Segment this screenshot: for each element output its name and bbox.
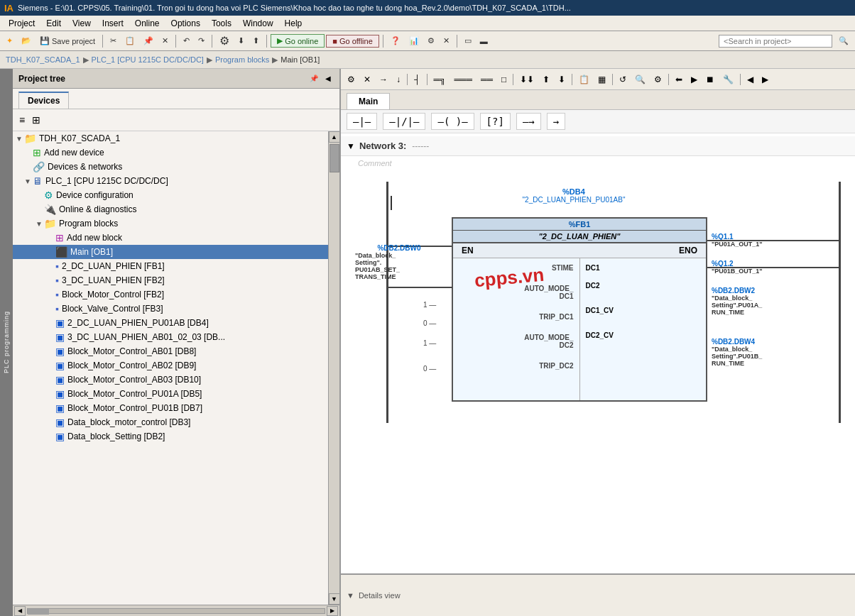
redo-button[interactable]: ↷ [195,33,208,49]
lad-diagram[interactable]: %DB4 "2_DC_LUAN_PHIEN_PU01AB" %FB1 [341,170,855,434]
collapse-tree-button[interactable]: ◀ [322,73,334,84]
edit-btn-11[interactable]: ⬆ [539,72,553,87]
menu-view[interactable]: View [67,17,97,30]
menu-help[interactable]: Help [279,17,308,30]
tree-item-add-device[interactable]: ⊞ Add new device [13,145,328,160]
edit-btn-5[interactable]: ┤ [410,72,424,87]
tree-item-fb4[interactable]: ▪ Block_Valve_Control [FB3] [13,302,328,316]
open-project-button[interactable]: 📂 [18,33,35,49]
paste-button[interactable]: 📌 [140,33,157,49]
tab-main[interactable]: Main [347,93,390,109]
edit-btn-7[interactable]: ═══ [451,72,476,87]
edit-btn-21[interactable]: 🔧 [719,72,737,87]
menu-tools[interactable]: Tools [206,17,237,30]
lad-nc-contact-button[interactable]: —|— [347,113,377,130]
upload-button[interactable]: ⬆ [249,33,263,49]
lad-arrow-right-button[interactable]: —→ [516,113,541,130]
tree-item-fb1[interactable]: ▪ 2_DC_LUAN_PHIEN [FB1] [13,259,328,273]
download-button[interactable]: ⬇ [234,33,248,49]
window-btn-1[interactable]: ▭ [461,33,475,49]
scroll-left-button[interactable]: ◀ [14,606,26,616]
scroll-thumb[interactable] [330,144,339,172]
go-online-button[interactable]: ▶ Go online [271,34,325,48]
edit-btn-9[interactable]: □ [498,72,510,87]
edit-btn-1[interactable]: ⚙ [344,72,359,87]
menu-edit[interactable]: Edit [40,17,67,30]
lad-no-contact-button[interactable]: —|/|— [383,113,425,130]
menu-project[interactable]: Project [3,17,40,30]
tree-item-program-blocks[interactable]: ▼ 📁 Program blocks [13,216,328,231]
breadcrumb-item-3[interactable]: Program blocks [215,55,269,64]
tree-scroll-inner[interactable]: ▼ 📁 TDH_K07_SCADA_1 ⊞ Add new device [13,131,328,605]
tree-item-online-diag[interactable]: 🔌 Online & diagnostics [13,202,328,216]
edit-btn-17[interactable]: ⚙ [650,72,665,87]
edit-btn-10[interactable]: ⬇⬇ [516,72,538,87]
menu-options[interactable]: Options [165,17,206,30]
edit-btn-2[interactable]: ✕ [360,72,374,87]
scroll-thumb-h[interactable] [28,609,49,615]
edit-btn-19[interactable]: ▶ [687,72,701,87]
tree-item-db7[interactable]: ▣ Block_Motor_Control_PU01B [DB7] [13,401,328,415]
compile-button[interactable]: ⚙ [216,33,233,49]
edit-btn-8[interactable]: ══ [477,72,496,87]
tree-item-plc1[interactable]: ▼ 🖥 PLC_1 [CPU 1215C DC/DC/DC] [13,174,328,188]
tree-scrollbar[interactable]: ▲ ▼ [328,131,339,605]
edit-btn-20[interactable]: ⏹ [702,72,718,87]
scroll-up-button[interactable]: ▲ [329,131,340,143]
menu-online[interactable]: Online [129,17,165,30]
tree-item-db-3[interactable]: ▣ 3_DC_LUAN_PHIEN_AB01_02_03 [DB... [13,330,328,344]
tree-item-db2[interactable]: ▣ Data_block_Setting [DB2] [13,429,328,444]
edit-btn-3[interactable]: → [376,72,391,87]
settings-button[interactable]: ⚙ [424,33,438,49]
details-view-toggle[interactable]: ▼ [347,591,354,600]
menu-window[interactable]: Window [237,17,279,30]
go-offline-button[interactable]: ■ Go offline [326,35,379,48]
tree-item-fb2[interactable]: ▪ 3_DC_LUAN_PHIEN [FB2] [13,273,328,287]
breadcrumb-item-1[interactable]: TDH_K07_SCADA_1 [6,55,80,64]
edit-btn-12[interactable]: ⬇ [555,72,569,87]
tree-item-db10[interactable]: ▣ Block_Motor_Control_AB03 [DB10] [13,373,328,387]
scroll-track[interactable] [27,608,325,614]
edit-btn-14[interactable]: ▦ [594,72,609,87]
network-3-collapse-button[interactable]: ▼ [347,141,355,151]
tree-item-db8[interactable]: ▣ Block_Motor_Control_AB01 [DB8] [13,344,328,358]
tree-item-devices-networks[interactable]: 🔗 Devices & networks [13,160,328,174]
window-btn-2[interactable]: ▬ [476,33,491,49]
edit-btn-22[interactable]: ◀ [744,72,757,87]
lad-arrow-button[interactable]: → [547,113,565,130]
delete-button[interactable]: ✕ [158,33,172,49]
edit-btn-18[interactable]: ⬅ [672,72,686,87]
lad-coil-button[interactable]: —( )— [431,113,474,130]
tree-item-db3[interactable]: ▣ Data_block_motor_control [DB3] [13,415,328,429]
edit-btn-15[interactable]: ↺ [616,72,630,87]
search-button[interactable]: 🔍 [835,33,852,49]
edit-btn-16[interactable]: 🔍 [631,72,649,87]
tree-add-icon[interactable]: ⊞ [30,112,43,128]
edit-btn-6[interactable]: ═╗ [430,72,450,87]
tree-item-device-config[interactable]: ⚙ Device configuration [13,188,328,202]
edit-btn-4[interactable]: ↓ [393,72,404,87]
tree-item-db9[interactable]: ▣ Block_Motor_Control_AB02 [DB9] [13,358,328,373]
scroll-right-button[interactable]: ▶ [327,606,338,616]
search-input[interactable] [719,35,832,48]
tree-item-add-block[interactable]: ⊞ Add new block [13,231,328,245]
pin-button[interactable]: 📌 [307,73,321,84]
tree-view-icon[interactable]: ≡ [17,112,27,128]
tree-item-fb3[interactable]: ▪ Block_Motor_Control [FB2] [13,287,328,302]
save-project-button[interactable]: 💾 Save project [36,33,99,49]
edit-btn-23[interactable]: ▶ [758,72,772,87]
new-project-button[interactable]: ✦ [3,33,16,49]
tools-extra-button[interactable]: ✕ [440,33,453,49]
tree-item-main-ob1[interactable]: ⬛ Main [OB1] [13,245,328,259]
undo-button[interactable]: ↶ [180,33,193,49]
tree-item-db4[interactable]: ▣ 2_DC_LUAN_PHIEN_PU01AB [DB4] [13,316,328,330]
menu-insert[interactable]: Insert [97,17,129,30]
tree-item-root[interactable]: ▼ 📁 TDH_K07_SCADA_1 [13,131,328,145]
editor-content[interactable]: —|— —|/|— —( )— [?] —→ → ▼ Network 3: --… [341,110,855,573]
copy-button[interactable]: 📋 [121,33,138,49]
lad-box-button[interactable]: [?] [480,113,511,130]
monitor-button[interactable]: 📊 [405,33,423,49]
tab-devices[interactable]: Devices [18,92,69,109]
cut-button[interactable]: ✂ [107,33,120,49]
breadcrumb-item-2[interactable]: PLC_1 [CPU 1215C DC/DC/DC] [92,55,204,64]
